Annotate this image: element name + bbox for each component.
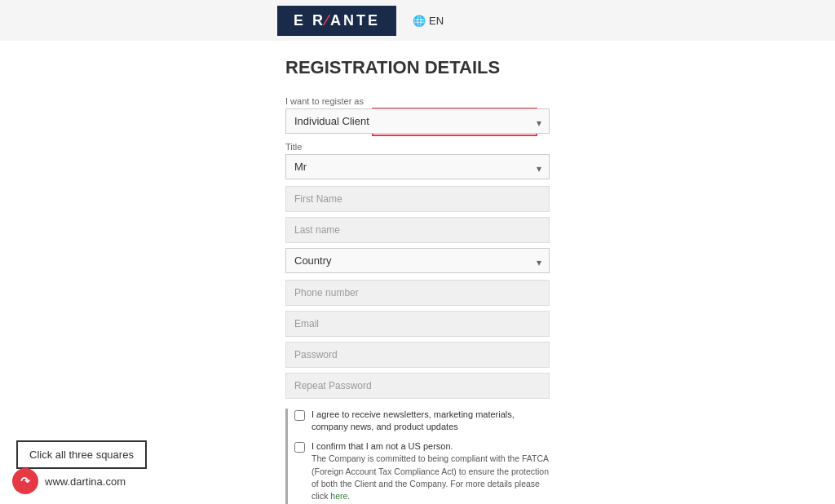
logo-text: E R∕ANTE: [294, 12, 380, 29]
title-select[interactable]: Mr: [285, 154, 550, 179]
logo: E R∕ANTE: [277, 6, 396, 36]
checkbox-1-text: I agree to receive newsletters, marketin…: [311, 409, 550, 434]
checkboxes-section: I agree to receive newsletters, marketin…: [285, 409, 550, 504]
fatca-link[interactable]: here: [330, 491, 347, 501]
country-select[interactable]: Country: [285, 248, 550, 273]
language-selector[interactable]: 🌐 EN: [413, 15, 444, 27]
bottom-logo-area: ↷ www.dartina.com: [12, 468, 126, 494]
checkbox-2-text: I confirm that I am not a US person. The…: [311, 440, 550, 503]
title-label: Title: [285, 142, 550, 152]
dartina-url: www.dartina.com: [45, 475, 126, 488]
repeat-password-input[interactable]: [285, 373, 550, 399]
title-row: REGISTRATION DETAILS Fill in the require…: [285, 57, 550, 88]
first-name-input[interactable]: [285, 186, 550, 212]
register-as-select[interactable]: Individual Client: [285, 108, 550, 134]
phone-input[interactable]: [285, 280, 550, 306]
last-name-input[interactable]: [285, 217, 550, 243]
title-wrapper: Mr: [285, 154, 550, 183]
email-input[interactable]: [285, 311, 550, 337]
checkbox-row-1: I agree to receive newsletters, marketin…: [294, 409, 550, 434]
annotation-click-squares: Click all three squares: [16, 440, 147, 469]
page-title: REGISTRATION DETAILS: [285, 57, 500, 78]
checkbox-row-2: I confirm that I am not a US person. The…: [294, 440, 550, 503]
form-area: REGISTRATION DETAILS Fill in the require…: [277, 41, 558, 504]
header: E R∕ANTE 🌐 EN: [0, 0, 835, 41]
checkbox-2-sub: The Company is committed to being compli…: [311, 453, 549, 501]
globe-icon: 🌐: [413, 15, 426, 27]
country-wrapper: Country: [285, 248, 550, 276]
lang-label: EN: [429, 15, 444, 27]
main-container: REGISTRATION DETAILS Fill in the require…: [0, 41, 835, 504]
checkbox-us-person[interactable]: [294, 442, 305, 453]
password-input[interactable]: [285, 342, 550, 368]
dartina-icon: ↷: [12, 468, 38, 494]
checkbox-2-main: I confirm that I am not a US person.: [311, 441, 453, 451]
register-as-wrapper: Individual Client: [285, 108, 550, 137]
checkbox-newsletter[interactable]: [294, 410, 305, 421]
register-as-label: I want to register as: [285, 96, 550, 106]
